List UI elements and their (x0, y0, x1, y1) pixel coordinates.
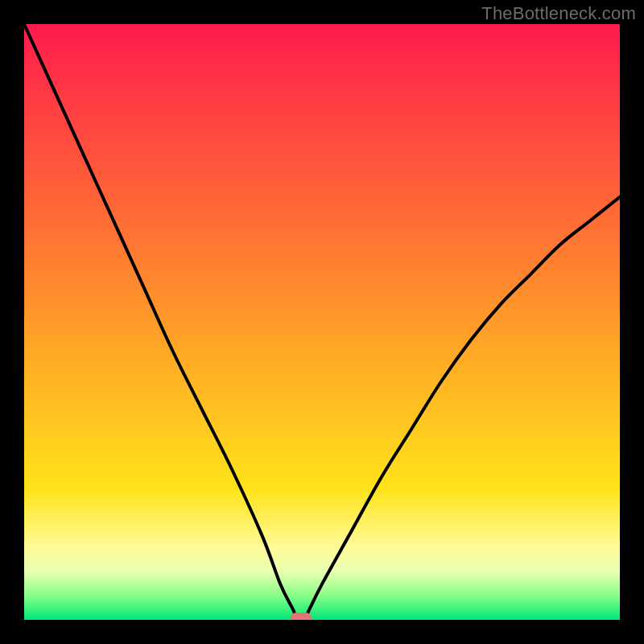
attribution-watermark: TheBottleneck.com (481, 3, 636, 24)
trough-marker (291, 613, 312, 620)
chart-frame: TheBottleneck.com (0, 0, 644, 644)
bottleneck-curve (24, 24, 620, 620)
plot-area (24, 24, 620, 620)
